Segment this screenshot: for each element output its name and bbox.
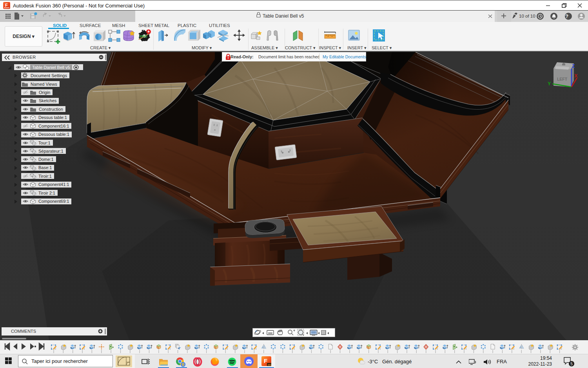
svg-text:Z: Z	[572, 63, 575, 69]
svg-text:10 of 10: 10 of 10	[519, 14, 535, 18]
svg-text:360: 360	[268, 364, 272, 366]
svg-text:F: F	[264, 357, 267, 364]
svg-text:PRO: PRO	[140, 34, 147, 38]
svg-text:?: ?	[565, 14, 568, 19]
svg-text:X: X	[574, 73, 578, 79]
svg-text:5: 5	[570, 362, 573, 366]
svg-text:Table Daniel Bell v5: Table Daniel Bell v5	[263, 13, 304, 19]
svg-text:LEFT: LEFT	[557, 77, 568, 81]
svg-text:Y: Y	[548, 81, 551, 87]
